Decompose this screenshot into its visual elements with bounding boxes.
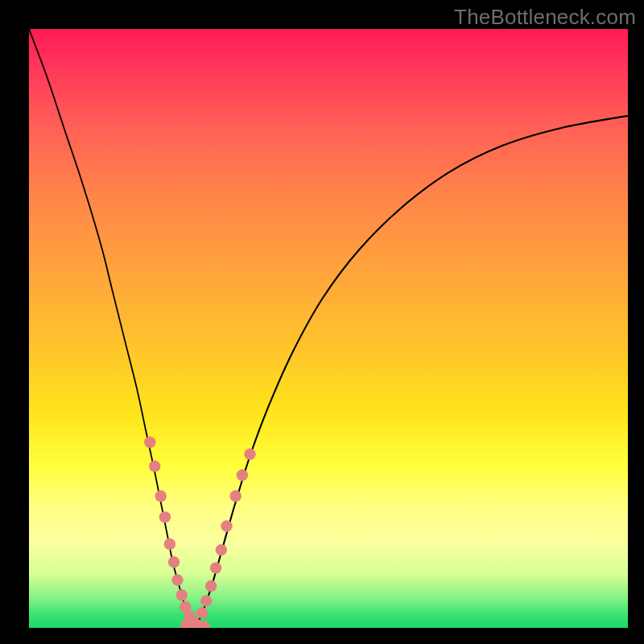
curve-group <box>29 29 628 625</box>
chart-marker <box>229 490 241 502</box>
chart-marker <box>149 460 160 472</box>
chart-marker <box>200 595 212 606</box>
watermark-text: TheBottleneck.com <box>454 5 636 30</box>
plot-area <box>29 29 628 628</box>
chart-markers-group <box>144 436 256 628</box>
chart-curve-left-branch <box>29 29 195 625</box>
chart-marker <box>210 562 221 573</box>
chart-marker <box>155 490 166 502</box>
chart-marker <box>221 520 232 531</box>
chart-marker <box>159 511 171 522</box>
chart-svg <box>29 29 628 628</box>
chart-marker <box>168 556 180 568</box>
chart-marker <box>205 580 217 592</box>
chart-marker <box>144 436 155 448</box>
chart-marker <box>176 589 188 601</box>
chart-marker <box>216 544 227 555</box>
chart-marker <box>237 469 248 481</box>
chart-marker <box>171 574 183 585</box>
chart-marker <box>164 539 175 550</box>
chart-curve-right-branch <box>195 116 628 625</box>
chart-marker <box>196 607 208 618</box>
chart-marker <box>244 448 255 460</box>
